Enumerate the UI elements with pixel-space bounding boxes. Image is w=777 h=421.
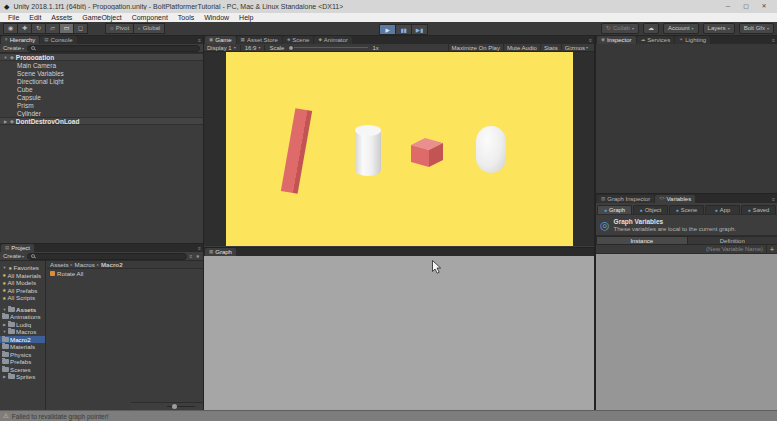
favorite-item[interactable]: ★All Prefabs (0, 287, 45, 295)
pan-tool-button[interactable]: ◉ (3, 23, 18, 34)
display-dropdown[interactable]: Display 1▾ (207, 45, 236, 51)
menu-help[interactable]: Help (234, 13, 258, 22)
project-search-input[interactable] (37, 253, 183, 259)
hierarchy-search-input[interactable] (37, 45, 196, 51)
chevron-expanded-icon[interactable]: ▼ (2, 265, 7, 270)
chevron-expanded-icon[interactable]: ▼ (3, 55, 8, 60)
minimize-button[interactable]: ─ (719, 0, 737, 13)
account-dropdown[interactable]: Account▾ (663, 23, 699, 34)
favorites-root[interactable]: ▼★Favorites (0, 264, 45, 272)
hierarchy-item[interactable]: Directional Light (0, 77, 203, 85)
maximize-on-play-button[interactable]: Maximize On Play (448, 44, 503, 52)
scope-tab-scene[interactable]: ●Scene (669, 205, 704, 214)
chevron-collapsed-icon[interactable]: ▶ (2, 374, 7, 379)
chevron-collapsed-icon[interactable]: ▶ (2, 322, 7, 327)
menu-assets[interactable]: Assets (46, 13, 77, 22)
layout-dropdown[interactable]: Bolt Gfx▾ (739, 23, 774, 34)
hierarchy-create-button[interactable]: Create▾ (3, 45, 24, 51)
scale-slider[interactable] (288, 47, 368, 48)
cloud-button[interactable]: ☁ (643, 23, 659, 34)
scope-tab-graph[interactable]: ●Graph (597, 205, 632, 214)
chevron-expanded-icon[interactable]: ▼ (2, 307, 7, 312)
collab-button[interactable]: ↻Collab▾ (601, 23, 639, 34)
tab-scene[interactable]: ◈Scene (283, 36, 313, 44)
tab-asset-store[interactable]: ▦Asset Store (237, 36, 282, 44)
search-filter-icon[interactable]: ≡ (190, 253, 193, 259)
pivot-button[interactable]: ⊙Pivot (105, 23, 134, 34)
tab-animator[interactable]: ◆Animator (314, 36, 351, 44)
hierarchy-item[interactable]: Main Camera (0, 61, 203, 69)
scale-slider-knob[interactable] (288, 45, 294, 51)
panel-menu-icon[interactable]: ≡ (772, 36, 775, 44)
favorite-item[interactable]: ★All Models (0, 279, 45, 287)
menu-gameobject[interactable]: GameObject (77, 13, 126, 22)
mode-tab-instance[interactable]: Instance (596, 236, 688, 245)
panel-menu-icon[interactable]: ≡ (198, 36, 201, 44)
game-viewport[interactable] (204, 52, 594, 246)
favorite-item[interactable]: ★All Materials (0, 272, 45, 280)
asset-item-rotate-all[interactable]: Rotate All (47, 269, 203, 278)
pause-button[interactable]: ▮▮ (395, 24, 412, 35)
breadcrumb-assets[interactable]: Assets (50, 261, 69, 268)
aspect-dropdown[interactable]: 16:9▾ (245, 45, 261, 51)
favorite-search-icon[interactable]: ★ (196, 253, 200, 259)
folder-row[interactable]: Scenes (0, 366, 45, 374)
hierarchy-item[interactable]: Cube (0, 85, 203, 93)
menu-component[interactable]: Component (127, 13, 173, 22)
close-button[interactable]: ✕ (755, 0, 773, 13)
tab-services[interactable]: ☁Services (637, 36, 675, 44)
global-button[interactable]: ◐Global (133, 23, 165, 34)
rect-tool-button[interactable]: ▭ (59, 23, 74, 34)
mute-audio-button[interactable]: Mute Audio (503, 44, 540, 52)
scale-tool-button[interactable]: ▱ (45, 23, 60, 34)
tab-hierarchy[interactable]: ≡Hierarchy (1, 36, 39, 44)
folder-row[interactable]: Animations (0, 313, 45, 321)
panel-menu-icon[interactable]: ≡ (772, 195, 775, 203)
hierarchy-item[interactable]: Capsule (0, 93, 203, 101)
game-render-area[interactable] (226, 52, 573, 246)
graph-canvas[interactable] (204, 256, 594, 410)
menu-tools[interactable]: Tools (173, 13, 199, 22)
menu-file[interactable]: File (3, 13, 24, 22)
rotate-tool-button[interactable]: ↻ (31, 23, 46, 34)
assets-root[interactable]: ▼Assets (0, 306, 45, 314)
maximize-button[interactable]: ▢ (737, 0, 755, 13)
breadcrumb-macros[interactable]: Macros (75, 261, 95, 268)
chevron-collapsed-icon[interactable]: ▶ (3, 119, 8, 124)
folder-row[interactable]: ▶Sprites (0, 373, 45, 381)
stats-button[interactable]: Stats (540, 44, 561, 52)
tab-variables[interactable]: <>Variables (655, 195, 695, 203)
menu-edit[interactable]: Edit (24, 13, 46, 22)
gizmos-dropdown[interactable]: Gizmos▾ (561, 44, 591, 52)
tab-graph[interactable]: ▦Graph (205, 248, 236, 256)
move-tool-button[interactable]: ✚ (17, 23, 32, 34)
folder-row[interactable]: ▶Ludiq (0, 321, 45, 329)
panel-menu-icon[interactable]: ≡ (198, 244, 201, 252)
favorite-item[interactable]: ★All Scripts (0, 294, 45, 302)
scene-row-propogation[interactable]: ▼ ◆ Propogation (0, 53, 203, 61)
tab-console[interactable]: ▤Console (40, 36, 76, 44)
add-variable-button[interactable]: + (766, 245, 777, 254)
scene-row-dontdestroyonload[interactable]: ▶ ◆ DontDestroyOnLoad (0, 117, 203, 125)
slider-knob[interactable] (172, 404, 177, 409)
status-bar[interactable]: ⚠ Failed to revalidate graph pointer! (0, 410, 777, 421)
scope-tab-object[interactable]: ●Object (633, 205, 668, 214)
tab-project[interactable]: ▤Project (1, 244, 34, 252)
folder-row[interactable]: Materials (0, 343, 45, 351)
transform-tool-button[interactable]: ◻ (73, 23, 88, 34)
folder-row[interactable]: Physics (0, 351, 45, 359)
layers-dropdown[interactable]: Layers▾ (703, 23, 735, 34)
folder-row[interactable]: ▼Macros (0, 328, 45, 336)
tab-lighting[interactable]: ☀Lighting (675, 36, 710, 44)
tab-game[interactable]: ▣Game (205, 36, 236, 44)
chevron-expanded-icon[interactable]: ▼ (2, 329, 7, 334)
hierarchy-item[interactable]: Scene Variables (0, 69, 203, 77)
menu-window[interactable]: Window (199, 13, 234, 22)
tab-inspector[interactable]: ◉Inspector (597, 36, 636, 44)
thumbnail-size-slider[interactable] (167, 406, 195, 407)
project-create-button[interactable]: Create▾ (3, 253, 24, 259)
folder-row-selected[interactable]: Macro2 (0, 336, 45, 344)
step-button[interactable]: ▶▮ (411, 24, 428, 35)
folder-row[interactable]: Prefabs (0, 358, 45, 366)
play-button[interactable]: ▶ (379, 24, 396, 35)
